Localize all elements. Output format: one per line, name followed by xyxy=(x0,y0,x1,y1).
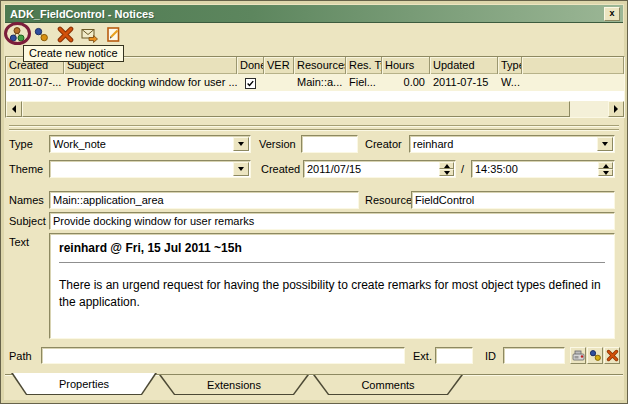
names-field[interactable] xyxy=(49,191,359,209)
tab-extensions-label: Extensions xyxy=(207,379,261,391)
names-input[interactable] xyxy=(50,192,358,208)
created-time-input[interactable] xyxy=(472,161,599,177)
chevron-down-icon xyxy=(238,142,244,146)
created-label: Created xyxy=(261,163,300,175)
spin-up-button[interactable] xyxy=(439,162,454,169)
creator-label: Creator xyxy=(365,138,402,150)
subject-label: Subject xyxy=(9,215,46,227)
path-input[interactable] xyxy=(42,348,404,363)
copy-notice-button[interactable] xyxy=(31,25,51,44)
delete-notice-icon xyxy=(57,26,74,43)
created-date-input[interactable] xyxy=(304,161,440,177)
toolbar xyxy=(7,24,123,45)
date-spinner[interactable] xyxy=(439,162,454,176)
id-input[interactable] xyxy=(504,348,564,363)
notice-row[interactable]: 2011-07-... Provide docking window for u… xyxy=(6,74,624,91)
spin-down-icon xyxy=(444,171,450,175)
names-label: Names xyxy=(9,194,44,206)
spin-down-icon xyxy=(603,171,609,175)
send-mail-icon xyxy=(81,26,98,43)
cell-done[interactable] xyxy=(237,74,264,91)
resource-input[interactable] xyxy=(412,192,614,208)
version-field[interactable] xyxy=(301,135,358,153)
chevron-down-icon xyxy=(602,142,608,146)
note-header: reinhard @ Fri, 15 Jul 2011 ~15h xyxy=(59,241,605,255)
note-body: There is an urgend request for having th… xyxy=(59,277,605,312)
id-label: ID xyxy=(485,350,496,362)
created-time-field[interactable] xyxy=(471,160,615,178)
horizontal-scrollbar[interactable] xyxy=(6,101,624,117)
scrollbar-thumb[interactable] xyxy=(22,101,570,117)
notices-list: Created Subject Done VER Resources Res. … xyxy=(5,56,625,118)
column-header-type[interactable]: Type xyxy=(498,57,522,74)
time-spinner[interactable] xyxy=(598,162,613,176)
cell-type: W... xyxy=(498,74,522,91)
link-notice-button[interactable] xyxy=(587,347,603,364)
cell-filler xyxy=(522,74,624,91)
close-button[interactable]: x xyxy=(604,7,620,21)
type-dropdown-button[interactable] xyxy=(233,137,249,151)
cell-ver xyxy=(264,74,294,91)
ext-label: Ext. xyxy=(413,350,432,362)
scroll-left-button[interactable] xyxy=(6,101,22,117)
type-combobox[interactable] xyxy=(49,135,251,153)
column-header-ver[interactable]: VER xyxy=(264,57,294,74)
send-notice-button[interactable] xyxy=(79,25,99,44)
type-input[interactable] xyxy=(50,136,234,152)
create-new-notice-button[interactable] xyxy=(7,25,27,44)
title-bar[interactable]: ADK_FieldControl - Notices x xyxy=(5,5,623,23)
theme-input[interactable] xyxy=(50,161,234,177)
created-date-field[interactable] xyxy=(303,160,456,178)
separator-line xyxy=(9,125,619,127)
theme-dropdown-button[interactable] xyxy=(233,162,249,176)
ext-field[interactable] xyxy=(435,347,473,364)
separator-line xyxy=(9,129,619,131)
cell-res-type: Fiel... xyxy=(346,74,382,91)
text-label: Text xyxy=(9,236,29,248)
resource-field[interactable] xyxy=(411,191,615,209)
close-icon: x xyxy=(609,8,614,18)
column-header-res-type[interactable]: Res. Type xyxy=(346,57,382,74)
column-header-filler xyxy=(522,57,624,74)
scroll-left-icon xyxy=(12,105,16,113)
tab-comments[interactable]: Comments xyxy=(313,375,463,395)
subject-input[interactable] xyxy=(50,213,614,229)
type-label: Type xyxy=(9,138,33,150)
column-header-hours[interactable]: Hours xyxy=(382,57,430,74)
done-checkbox-icon xyxy=(245,78,256,89)
spin-up-icon xyxy=(603,164,609,168)
column-header-updated[interactable]: Updated xyxy=(430,57,498,74)
tab-properties-label: Properties xyxy=(59,378,109,390)
notices-window: ADK_FieldControl - Notices x xyxy=(0,0,628,404)
column-header-resources[interactable]: Resources xyxy=(294,57,346,74)
tab-extensions[interactable]: Extensions xyxy=(159,375,309,395)
linked-balls-icon xyxy=(589,349,602,362)
spin-down-button[interactable] xyxy=(439,169,454,176)
copy-notice-icon xyxy=(33,26,50,43)
date-time-separator: / xyxy=(461,163,464,175)
creator-input[interactable] xyxy=(410,136,598,152)
creator-combobox[interactable] xyxy=(409,135,615,153)
id-field[interactable] xyxy=(503,347,565,364)
subject-field[interactable] xyxy=(49,212,615,230)
creator-dropdown-button[interactable] xyxy=(597,137,613,151)
version-input[interactable] xyxy=(302,136,357,152)
delete-notice-button[interactable] xyxy=(55,25,75,44)
resource-label: Resource xyxy=(365,194,412,206)
clear-id-button[interactable] xyxy=(604,347,620,364)
edit-notice-button[interactable] xyxy=(103,25,123,44)
tab-properties[interactable]: Properties xyxy=(11,373,157,395)
spin-up-button[interactable] xyxy=(598,162,613,169)
column-header-done[interactable]: Done xyxy=(237,57,264,74)
edit-notice-icon xyxy=(105,26,122,43)
scroll-right-button[interactable] xyxy=(608,101,624,117)
window-title: ADK_FieldControl - Notices xyxy=(10,8,154,20)
delete-x-icon xyxy=(606,349,619,362)
text-editor[interactable]: reinhard @ Fri, 15 Jul 2011 ~15h There i… xyxy=(49,233,615,339)
ext-input[interactable] xyxy=(436,348,472,363)
spin-down-button[interactable] xyxy=(598,169,613,176)
cell-updated: 2011-07-15 xyxy=(430,74,498,91)
device-button[interactable] xyxy=(570,347,586,364)
theme-combobox[interactable] xyxy=(49,160,251,178)
path-field[interactable] xyxy=(41,347,405,364)
